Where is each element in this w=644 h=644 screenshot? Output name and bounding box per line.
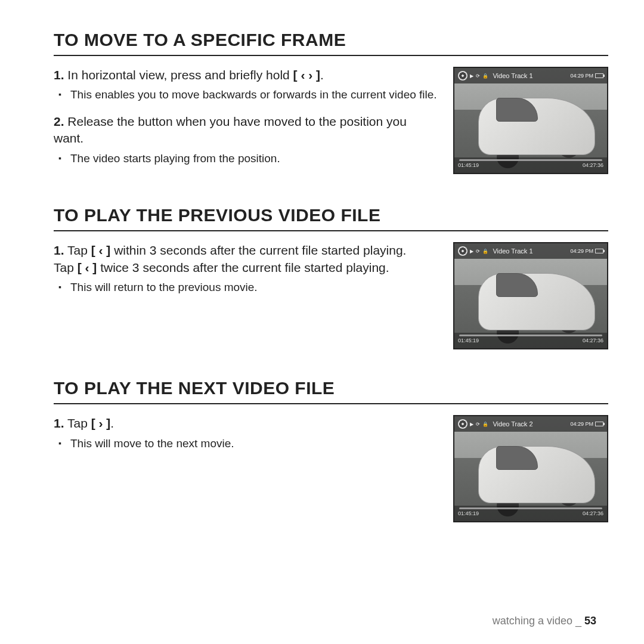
time-total: 04:27:36 <box>583 162 603 168</box>
footer-label: watching a video _ <box>493 615 584 627</box>
page-number: 53 <box>584 615 596 627</box>
text-column: 1. Tap [ ‹ ] within 3 seconds after the … <box>54 242 439 305</box>
section-body: 1. Tap [ › ]. This will move to the next… <box>54 415 608 522</box>
status-icons: ▶ ⟳ 🔒 <box>470 422 489 427</box>
step-text-after: within 3 seconds after the current file … <box>110 243 406 257</box>
key-left: [ ‹ ] <box>78 261 97 274</box>
step-number: 1. <box>54 243 64 257</box>
step-1: 1. Tap [ ‹ ] within 3 seconds after the … <box>54 242 439 276</box>
key-right: [ › ] <box>91 416 111 430</box>
reel-icon <box>458 71 467 80</box>
status-icons: ▶ ⟳ 🔒 <box>470 73 489 79</box>
step-text: Tap <box>64 243 91 257</box>
sub-item: This will return to the previous movie. <box>70 280 439 295</box>
top-right: 04:29 PM <box>570 73 603 79</box>
video-thumbnail: ▶ ⟳ 🔒 Video Track 2 04:29 PM 01:45:19 04… <box>453 415 608 522</box>
page-footer: watching a video _ 53 <box>493 615 596 627</box>
top-right: 04:29 PM <box>570 248 603 254</box>
sub-list: This enables you to move backwards or fo… <box>54 87 439 103</box>
video-thumbnail: ▶ ⟳ 🔒 Video Track 1 04:29 PM 01:45:19 04… <box>453 67 608 174</box>
step-line2-before: Tap <box>54 261 78 274</box>
section-body: 1. In horizontal view, press and briefly… <box>54 67 608 177</box>
sub-item: This will move to the next movie. <box>70 436 439 451</box>
track-label: Video Track 1 <box>493 72 532 79</box>
top-right: 04:29 PM <box>570 421 603 427</box>
time-label: 04:29 PM <box>570 248 593 254</box>
step-number: 1. <box>54 68 64 82</box>
thumbnail-top-bar: ▶ ⟳ 🔒 Video Track 2 04:29 PM <box>454 416 607 432</box>
step-text: Release the button when you have moved t… <box>54 114 407 145</box>
step-text: Tap <box>64 416 91 430</box>
reel-icon <box>458 246 467 256</box>
status-icons: ▶ ⟳ 🔒 <box>470 249 489 254</box>
step-text: In horizontal view, press and briefly ho… <box>64 68 293 82</box>
video-thumbnail: ▶ ⟳ 🔒 Video Track 1 04:29 PM 01:45:19 04… <box>453 242 608 349</box>
sub-item: The video starts playing from the positi… <box>70 151 439 166</box>
step-line2-after: twice 3 seconds after the current file s… <box>97 261 389 274</box>
battery-icon <box>595 422 603 426</box>
section-title: TO PLAY THE NEXT VIDEO FILE <box>54 378 608 404</box>
sub-list: This will return to the previous movie. <box>54 280 439 295</box>
text-column: 1. Tap [ › ]. This will move to the next… <box>54 415 439 462</box>
step-number: 1. <box>54 416 64 430</box>
reel-icon <box>458 419 467 429</box>
section-title: TO PLAY THE PREVIOUS VIDEO FILE <box>54 205 608 231</box>
sub-list: The video starts playing from the positi… <box>54 151 439 166</box>
time-elapsed: 01:45:19 <box>458 162 479 168</box>
step-1: 1. Tap [ › ]. <box>54 415 439 432</box>
section-move-frame: TO MOVE TO A SPECIFIC FRAME 1. In horizo… <box>54 30 608 177</box>
time-elapsed: 01:45:19 <box>458 338 479 343</box>
thumbnail-top-bar: ▶ ⟳ 🔒 Video Track 1 04:29 PM <box>454 68 607 83</box>
sub-item: This enables you to move backwards or fo… <box>70 87 439 103</box>
track-label: Video Track 2 <box>493 420 532 428</box>
sub-list: This will move to the next movie. <box>54 436 439 451</box>
key-left-right: [ ‹ › ] <box>293 68 320 82</box>
step-number: 2. <box>54 114 64 128</box>
text-column: 1. In horizontal view, press and briefly… <box>54 67 439 177</box>
step-1: 1. In horizontal view, press and briefly… <box>54 67 439 83</box>
time-total: 04:27:36 <box>583 510 603 516</box>
step-text-after: . <box>110 416 114 430</box>
thumbnail-bottom-bar: 01:45:19 04:27:36 <box>454 506 607 521</box>
step-2: 2. Release the button when you have move… <box>54 113 439 147</box>
section-title: TO MOVE TO A SPECIFIC FRAME <box>54 30 608 56</box>
step-text-after: . <box>320 68 324 82</box>
section-body: 1. Tap [ ‹ ] within 3 seconds after the … <box>54 242 608 349</box>
battery-icon <box>595 249 603 253</box>
thumbnail-bottom-bar: 01:45:19 04:27:36 <box>454 157 607 173</box>
time-total: 04:27:36 <box>583 338 603 343</box>
section-previous-video: TO PLAY THE PREVIOUS VIDEO FILE 1. Tap [… <box>54 205 608 349</box>
thumbnail-top-bar: ▶ ⟳ 🔒 Video Track 1 04:29 PM <box>454 243 607 259</box>
time-label: 04:29 PM <box>570 73 593 79</box>
battery-icon <box>595 73 603 78</box>
section-next-video: TO PLAY THE NEXT VIDEO FILE 1. Tap [ › ]… <box>54 378 608 522</box>
track-label: Video Track 1 <box>493 247 532 255</box>
time-label: 04:29 PM <box>570 421 593 427</box>
key-left: [ ‹ ] <box>91 243 111 257</box>
time-elapsed: 01:45:19 <box>458 510 479 516</box>
thumbnail-bottom-bar: 01:45:19 04:27:36 <box>454 333 607 348</box>
